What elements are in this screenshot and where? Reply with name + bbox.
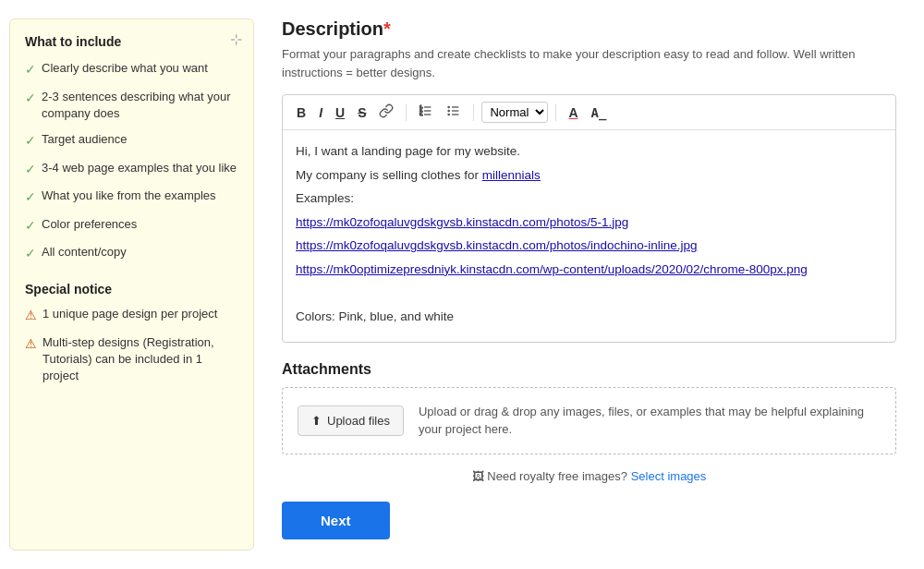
format-select[interactable]: Normal <box>481 102 548 123</box>
section-description: Format your paragraphs and create checkl… <box>282 45 896 81</box>
list-item: ✓ Target audience <box>25 131 238 151</box>
list-item: ✓ 2-3 sentences describing what your com… <box>25 89 238 122</box>
list-item: ✓ 3-4 web page examples that you like <box>25 160 238 179</box>
attachments-section: Attachments ⬆ Upload files Upload or dra… <box>282 361 896 454</box>
upload-button[interactable]: ⬆ Upload files <box>298 406 404 436</box>
list-item: ✓ What you like from the examples <box>25 188 238 207</box>
list-item: ✓ Color preferences <box>25 216 238 236</box>
editor-line-4 <box>296 284 882 304</box>
toolbar-divider-2 <box>473 104 474 121</box>
example-link-3[interactable]: https://mk0optimizepresdniyk.kinstacdn.c… <box>296 262 808 276</box>
link-button[interactable] <box>374 101 398 124</box>
check-icon: ✓ <box>25 132 36 151</box>
notice-list: ⚠ 1 unique page design per project ⚠ Mul… <box>25 306 238 384</box>
italic-button[interactable]: I <box>314 103 327 123</box>
svg-point-11 <box>448 114 449 115</box>
check-icon: ✓ <box>25 188 36 207</box>
next-button[interactable]: Next <box>282 502 390 539</box>
check-icon: ✓ <box>25 245 36 263</box>
warning-icon: ⚠ <box>25 307 37 325</box>
drag-icon[interactable]: ⊹ <box>230 30 242 48</box>
strikethrough-button[interactable]: S <box>353 103 371 123</box>
editor-toolbar: B I U S 1.2.3. Normal A A̲ <box>283 95 895 130</box>
royalty-row: 🖼 Need royalty free images? Select image… <box>282 469 896 483</box>
link-icon <box>379 103 394 118</box>
notice-item: ⚠ Multi-step designs (Registration, Tuto… <box>25 334 238 385</box>
attachments-title: Attachments <box>282 361 896 378</box>
editor-link-2: https://mk0zofoqaluvgdskgvsb.kinstacdn.c… <box>296 236 882 256</box>
editor-line-3: Examples: <box>296 188 882 209</box>
editor-container: B I U S 1.2.3. Normal A A̲ Hi, I want a … <box>282 94 896 343</box>
warning-icon: ⚠ <box>25 335 37 354</box>
upload-description: Upload or drag & drop any images, files,… <box>419 403 881 439</box>
check-icon: ✓ <box>25 161 36 179</box>
check-icon: ✓ <box>25 90 36 108</box>
font-color-button[interactable]: A <box>564 103 582 123</box>
editor-link-1: https://mk0zofoqaluvgdskgvsb.kinstacdn.c… <box>296 212 882 233</box>
select-images-link[interactable]: Select images <box>631 469 707 483</box>
svg-text:3.: 3. <box>420 112 423 116</box>
bold-button[interactable]: B <box>292 103 310 123</box>
list-item: ✓ All content/copy <box>25 244 238 263</box>
list-item: ✓ Clearly describe what you want <box>25 60 238 79</box>
clear-format-button[interactable]: A̲ <box>587 103 612 123</box>
include-list: ✓ Clearly describe what you want ✓ 2-3 s… <box>25 60 238 263</box>
editor-line-1: Hi, I want a landing page for my website… <box>296 141 882 162</box>
editor-line-2: My company is selling clothes for millen… <box>296 165 882 186</box>
svg-point-10 <box>448 110 449 111</box>
ul-icon <box>446 103 461 118</box>
sidebar-title: What to include <box>25 34 238 49</box>
millennials-link[interactable]: millennials <box>482 168 541 182</box>
required-marker: * <box>383 18 391 39</box>
check-icon: ✓ <box>25 61 36 79</box>
editor-link-3: https://mk0optimizepresdniyk.kinstacdn.c… <box>296 260 882 280</box>
upload-icon: ⬆ <box>311 414 322 428</box>
royalty-text: Need royalty free images? <box>487 469 627 483</box>
editor-body[interactable]: Hi, I want a landing page for my website… <box>283 130 895 342</box>
main-content: Description* Format your paragraphs and … <box>254 0 924 569</box>
underline-button[interactable]: U <box>331 103 349 123</box>
toolbar-divider-3 <box>555 104 556 121</box>
royalty-icon: 🖼 <box>472 469 484 483</box>
example-link-1[interactable]: https://mk0zofoqaluvgdskgvsb.kinstacdn.c… <box>296 215 628 229</box>
example-link-2[interactable]: https://mk0zofoqaluvgdskgvsb.kinstacdn.c… <box>296 238 698 252</box>
editor-line-5: Colors: Pink, blue, and white <box>296 307 882 327</box>
check-icon: ✓ <box>25 217 36 236</box>
toolbar-divider <box>406 104 407 121</box>
special-notice-title: Special notice <box>25 282 238 297</box>
page-title: Description* <box>282 18 896 40</box>
svg-point-9 <box>448 106 449 107</box>
ol-icon: 1.2.3. <box>419 103 433 118</box>
notice-item: ⚠ 1 unique page design per project <box>25 306 238 325</box>
unordered-list-button[interactable] <box>442 101 466 124</box>
sidebar: ⊹ What to include ✓ Clearly describe wha… <box>9 18 254 551</box>
attachments-box: ⬆ Upload files Upload or drag & drop any… <box>282 387 896 454</box>
ordered-list-button[interactable]: 1.2.3. <box>414 101 438 124</box>
